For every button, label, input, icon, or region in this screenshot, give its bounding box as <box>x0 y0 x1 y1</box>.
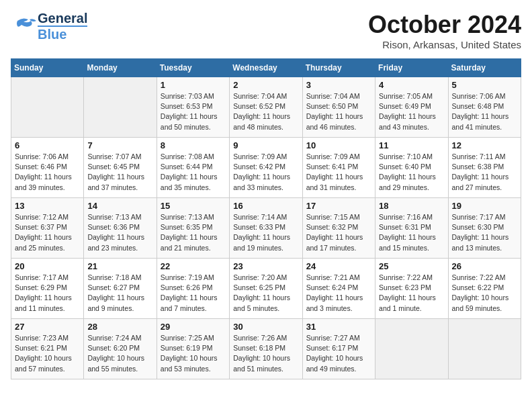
day-number: 27 <box>15 322 80 332</box>
day-info: Sunrise: 7:17 AMSunset: 6:30 PMDaylight:… <box>452 212 517 253</box>
day-info: Sunrise: 7:20 AMSunset: 6:25 PMDaylight:… <box>233 273 298 314</box>
calendar-cell: 27Sunrise: 7:23 AMSunset: 6:21 PMDayligh… <box>11 319 84 379</box>
calendar-cell: 22Sunrise: 7:19 AMSunset: 6:26 PMDayligh… <box>157 259 229 319</box>
calendar-table: SundayMondayTuesdayWednesdayThursdayFrid… <box>11 58 521 379</box>
weekday-header: Wednesday <box>230 59 302 77</box>
day-info: Sunrise: 7:07 AMSunset: 6:45 PMDaylight:… <box>87 152 152 193</box>
calendar-cell: 10Sunrise: 7:09 AMSunset: 6:41 PMDayligh… <box>302 138 375 198</box>
day-number: 15 <box>161 201 226 211</box>
calendar-week-row: 6Sunrise: 7:06 AMSunset: 6:46 PMDaylight… <box>11 138 521 198</box>
day-number: 24 <box>306 261 371 271</box>
day-info: Sunrise: 7:06 AMSunset: 6:48 PMDaylight:… <box>452 91 517 132</box>
calendar-week-row: 20Sunrise: 7:17 AMSunset: 6:29 PMDayligh… <box>11 259 521 319</box>
day-number: 29 <box>161 322 226 332</box>
day-info: Sunrise: 7:22 AMSunset: 6:23 PMDaylight:… <box>379 273 444 314</box>
day-info: Sunrise: 7:22 AMSunset: 6:22 PMDaylight:… <box>452 273 517 314</box>
calendar-week-row: 1Sunrise: 7:03 AMSunset: 6:53 PMDaylight… <box>11 77 521 138</box>
day-info: Sunrise: 7:04 AMSunset: 6:52 PMDaylight:… <box>233 91 298 132</box>
page-header: General Blue October 2024 Rison, Arkansa… <box>11 11 521 50</box>
day-number: 22 <box>161 261 226 271</box>
calendar-cell: 20Sunrise: 7:17 AMSunset: 6:29 PMDayligh… <box>11 259 84 319</box>
calendar-cell: 29Sunrise: 7:25 AMSunset: 6:19 PMDayligh… <box>157 319 229 379</box>
calendar-cell: 7Sunrise: 7:07 AMSunset: 6:45 PMDaylight… <box>84 138 157 198</box>
day-info: Sunrise: 7:19 AMSunset: 6:26 PMDaylight:… <box>161 273 226 314</box>
calendar-cell: 21Sunrise: 7:18 AMSunset: 6:27 PMDayligh… <box>84 259 157 319</box>
calendar-cell <box>11 77 84 138</box>
day-number: 23 <box>233 261 298 271</box>
calendar-cell: 5Sunrise: 7:06 AMSunset: 6:48 PMDaylight… <box>448 77 521 138</box>
weekday-header: Friday <box>375 59 448 77</box>
weekday-header: Saturday <box>448 59 521 77</box>
day-info: Sunrise: 7:14 AMSunset: 6:33 PMDaylight:… <box>233 212 298 253</box>
day-info: Sunrise: 7:15 AMSunset: 6:32 PMDaylight:… <box>306 212 371 253</box>
day-info: Sunrise: 7:26 AMSunset: 6:18 PMDaylight:… <box>233 333 298 374</box>
logo-icon <box>11 15 36 37</box>
day-number: 19 <box>452 201 517 211</box>
weekday-header: Thursday <box>302 59 375 77</box>
calendar-cell: 16Sunrise: 7:14 AMSunset: 6:33 PMDayligh… <box>230 198 302 259</box>
calendar-cell <box>448 319 521 379</box>
day-number: 5 <box>452 80 517 90</box>
day-info: Sunrise: 7:27 AMSunset: 6:17 PMDaylight:… <box>306 333 371 374</box>
calendar-cell: 1Sunrise: 7:03 AMSunset: 6:53 PMDaylight… <box>157 77 229 138</box>
calendar-cell: 31Sunrise: 7:27 AMSunset: 6:17 PMDayligh… <box>302 319 375 379</box>
calendar-cell: 23Sunrise: 7:20 AMSunset: 6:25 PMDayligh… <box>230 259 302 319</box>
calendar-cell: 24Sunrise: 7:21 AMSunset: 6:24 PMDayligh… <box>302 259 375 319</box>
location-subtitle: Rison, Arkansas, United States <box>368 39 521 50</box>
calendar-cell: 12Sunrise: 7:11 AMSunset: 6:38 PMDayligh… <box>448 138 521 198</box>
day-number: 28 <box>87 322 152 332</box>
calendar-cell: 11Sunrise: 7:10 AMSunset: 6:40 PMDayligh… <box>375 138 448 198</box>
calendar-cell: 4Sunrise: 7:05 AMSunset: 6:49 PMDaylight… <box>375 77 448 138</box>
day-info: Sunrise: 7:16 AMSunset: 6:31 PMDaylight:… <box>379 212 444 253</box>
day-number: 13 <box>15 201 80 211</box>
day-number: 4 <box>379 80 444 90</box>
day-info: Sunrise: 7:13 AMSunset: 6:35 PMDaylight:… <box>161 212 226 253</box>
day-number: 16 <box>233 201 298 211</box>
calendar-cell <box>84 77 157 138</box>
logo-blue: Blue <box>38 26 87 42</box>
day-number: 6 <box>15 140 80 150</box>
calendar-cell: 6Sunrise: 7:06 AMSunset: 6:46 PMDaylight… <box>11 138 84 198</box>
logo-general: General <box>38 11 87 26</box>
day-number: 9 <box>233 140 298 150</box>
day-info: Sunrise: 7:05 AMSunset: 6:49 PMDaylight:… <box>379 91 444 132</box>
day-info: Sunrise: 7:23 AMSunset: 6:21 PMDaylight:… <box>15 333 80 374</box>
day-number: 31 <box>306 322 371 332</box>
calendar-cell: 26Sunrise: 7:22 AMSunset: 6:22 PMDayligh… <box>448 259 521 319</box>
day-info: Sunrise: 7:09 AMSunset: 6:41 PMDaylight:… <box>306 152 371 193</box>
day-info: Sunrise: 7:04 AMSunset: 6:50 PMDaylight:… <box>306 91 371 132</box>
calendar-week-row: 27Sunrise: 7:23 AMSunset: 6:21 PMDayligh… <box>11 319 521 379</box>
day-number: 12 <box>452 140 517 150</box>
title-block: October 2024 Rison, Arkansas, United Sta… <box>368 11 521 50</box>
month-title: October 2024 <box>368 11 521 39</box>
calendar-cell: 30Sunrise: 7:26 AMSunset: 6:18 PMDayligh… <box>230 319 302 379</box>
weekday-header: Tuesday <box>157 59 229 77</box>
calendar-cell: 8Sunrise: 7:08 AMSunset: 6:44 PMDaylight… <box>157 138 229 198</box>
logo: General Blue <box>11 11 87 42</box>
calendar-cell: 3Sunrise: 7:04 AMSunset: 6:50 PMDaylight… <box>302 77 375 138</box>
day-number: 21 <box>87 261 152 271</box>
calendar-cell: 17Sunrise: 7:15 AMSunset: 6:32 PMDayligh… <box>302 198 375 259</box>
day-info: Sunrise: 7:03 AMSunset: 6:53 PMDaylight:… <box>161 91 226 132</box>
weekday-header: Monday <box>84 59 157 77</box>
day-number: 17 <box>306 201 371 211</box>
day-number: 26 <box>452 261 517 271</box>
day-info: Sunrise: 7:21 AMSunset: 6:24 PMDaylight:… <box>306 273 371 314</box>
calendar-cell: 2Sunrise: 7:04 AMSunset: 6:52 PMDaylight… <box>230 77 302 138</box>
day-number: 1 <box>161 80 226 90</box>
day-info: Sunrise: 7:25 AMSunset: 6:19 PMDaylight:… <box>161 333 226 374</box>
day-info: Sunrise: 7:24 AMSunset: 6:20 PMDaylight:… <box>87 333 152 374</box>
day-number: 18 <box>379 201 444 211</box>
calendar-cell: 18Sunrise: 7:16 AMSunset: 6:31 PMDayligh… <box>375 198 448 259</box>
day-number: 7 <box>87 140 152 150</box>
day-info: Sunrise: 7:09 AMSunset: 6:42 PMDaylight:… <box>233 152 298 193</box>
calendar-cell: 28Sunrise: 7:24 AMSunset: 6:20 PMDayligh… <box>84 319 157 379</box>
day-number: 25 <box>379 261 444 271</box>
day-info: Sunrise: 7:12 AMSunset: 6:37 PMDaylight:… <box>15 212 80 253</box>
calendar-cell: 14Sunrise: 7:13 AMSunset: 6:36 PMDayligh… <box>84 198 157 259</box>
weekday-header: Sunday <box>11 59 84 77</box>
day-info: Sunrise: 7:11 AMSunset: 6:38 PMDaylight:… <box>452 152 517 193</box>
calendar-cell: 25Sunrise: 7:22 AMSunset: 6:23 PMDayligh… <box>375 259 448 319</box>
day-number: 14 <box>87 201 152 211</box>
day-number: 11 <box>379 140 444 150</box>
